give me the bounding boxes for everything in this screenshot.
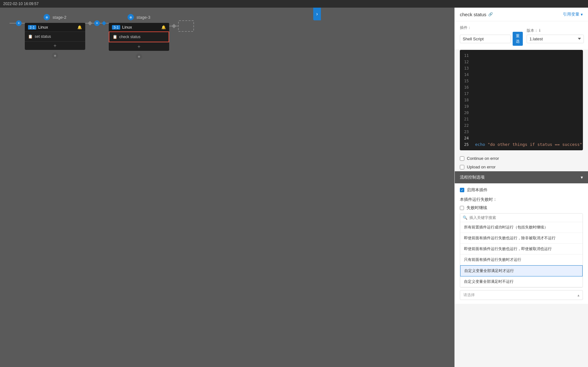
dropdown-option-0[interactable]: 所有前置插件运行成功时运行（包括失败时继续） (460, 222, 583, 233)
diamond-connector (88, 21, 92, 25)
version-select[interactable]: 1.latest (527, 35, 584, 43)
dropdown-option-1[interactable]: 即使前面有插件运行失败也运行，除非被取消才不运行 (460, 233, 583, 244)
end-dashed-box (178, 20, 194, 32)
stage-3-end-connection (169, 20, 194, 32)
stage-2-icon: ⊕ (44, 14, 50, 20)
code-line-24 (475, 135, 579, 141)
line-num-11: 11 (460, 52, 471, 59)
dropdown-option-4-label: 自定义变量全部满足时才运行 (464, 268, 514, 273)
ref-vars-button[interactable]: 引用变量 ▾ (563, 11, 583, 17)
ref-vars-label: 引用变量 (563, 11, 579, 17)
start-circle[interactable]: + (16, 20, 22, 26)
code-line-15 (475, 78, 579, 84)
code-line-23 (475, 129, 579, 135)
version-label: 版本： ℹ (527, 28, 584, 33)
collapse-icon: › (316, 11, 318, 17)
fail-label: 本插件运行失败时： (460, 197, 583, 202)
stage-3-card-header: 3-1 Linux 🔔 (109, 23, 169, 31)
enable-plugin-row: ✓ 启用本插件 (460, 187, 583, 193)
version-form-group: 版本： ℹ 1.latest (527, 28, 584, 43)
stage-3-block: ⊕ stage-3 3-1 Linux 🔔 📋 check status (109, 14, 169, 60)
stage-2-3-connection: + (85, 20, 109, 26)
continue-on-error-label: Continue on error (467, 156, 499, 161)
stage-3-card-label: 3-1 Linux (112, 25, 132, 30)
line-num-23: 23 (460, 129, 471, 135)
code-line-19 (475, 103, 579, 110)
collapse-panel-button[interactable]: › (313, 8, 321, 20)
reselect-button[interactable]: 重选 (513, 32, 523, 46)
right-panel-scroll: 插件： 重选 版本： ℹ 1.latest (455, 21, 588, 367)
version-info-icon[interactable]: ℹ (539, 28, 541, 33)
right-panel-header: check status 🔗 引用变量 ▾ (455, 8, 588, 21)
line-numbers: 11 12 13 14 15 16 17 18 19 20 21 22 23 2… (460, 50, 471, 150)
search-dropdown: 🔍 所有前置插件运行成功时运行（包括失败时继续） 即使前面有插件运行失败也运行，… (460, 213, 583, 288)
flow-control-chevron-icon: ▾ (581, 175, 583, 180)
code-line-25: echo "do other things if status == succe… (475, 141, 579, 148)
stage-2-num: 2-1 (28, 25, 36, 30)
stage-2-block: ⊕ stage-2 2-1 Linux 🔔 📋 set status (25, 14, 85, 59)
flow-control-body: ✓ 启用本插件 本插件运行失败时： 失败时继续 🔍 所有前置插件运行成功时 (455, 183, 588, 304)
dropdown-option-5[interactable]: 自定义变量全部满足时不运行 (460, 276, 583, 287)
stage-3-bell-icon: 🔔 (161, 25, 166, 30)
code-line-22 (475, 122, 579, 129)
stage-3-os: Linux (122, 25, 132, 30)
code-line-11 (475, 52, 579, 59)
dropdown-option-3[interactable]: 只有前面有插件运行失败时才运行 (460, 255, 583, 265)
line-num-18: 18 (460, 97, 471, 103)
dropdown-option-4[interactable]: 自定义变量全部满足时才运行 自定义变量全部满足时才运 (460, 265, 583, 276)
search-input[interactable] (469, 215, 580, 220)
line-num-21: 21 (460, 116, 471, 122)
line-num-16: 16 (460, 84, 471, 91)
stage-3-task-check-status[interactable]: 📋 check status (109, 31, 169, 42)
add-stage-between-btn[interactable]: + (94, 20, 100, 26)
stage-2-os: Linux (38, 25, 48, 30)
flow-control-header[interactable]: 流程控制选项 ▾ (455, 171, 588, 183)
line-num-12: 12 (460, 59, 471, 65)
search-icon: 🔍 (463, 215, 467, 220)
line-num-20: 20 (460, 110, 471, 116)
line-num-24: 24 (460, 135, 471, 141)
continue-on-error-row: Continue on error (455, 154, 588, 163)
fail-continue-checkbox[interactable] (460, 206, 464, 210)
stage-2-add-task-btn[interactable]: + (25, 41, 85, 50)
continue-on-error-checkbox[interactable] (460, 156, 464, 161)
upload-on-error-row: Upload on error (455, 163, 588, 171)
line-num-19: 19 (460, 103, 471, 110)
canvas-area: › + ⊕ stage-2 2-1 (0, 8, 454, 367)
open-link-icon[interactable]: 🔗 (488, 12, 493, 17)
stage-3-card: 3-1 Linux 🔔 📋 check status + (109, 23, 169, 51)
plugin-form-group: 插件： 重选 (460, 25, 523, 46)
panel-title-text: check status (460, 12, 486, 17)
code-content: echo "do other things if status == succe… (471, 50, 583, 150)
task-icon-set-status: 📋 (28, 34, 33, 39)
connector-line-2 (22, 23, 25, 24)
stage-3-add-task-btn[interactable]: + (109, 42, 169, 51)
stage-3-label: stage-3 (136, 15, 150, 20)
right-panel: check status 🔗 引用变量 ▾ 插件： 重选 (454, 8, 588, 367)
dropdown-option-2[interactable]: 即使前面有插件运行失败也运行，即使被取消也运行 (460, 244, 583, 255)
line-num-17: 17 (460, 91, 471, 97)
top-bar: 2022-02-10 16:09:57 (0, 0, 588, 8)
fail-continue-row: 失败时继续 (460, 205, 583, 211)
stage-2-add-below-btn[interactable]: + (52, 52, 58, 59)
code-line-13 (475, 65, 579, 71)
stage-3-icon: ⊕ (128, 14, 134, 20)
code-line-14 (475, 71, 579, 78)
stage-2-bell-icon: 🔔 (77, 25, 82, 30)
panel-title: check status 🔗 (460, 12, 493, 17)
connector-line-start (10, 23, 16, 24)
enable-plugin-checkbox[interactable]: ✓ (460, 188, 464, 192)
stage-2-card-label: 2-1 Linux (28, 25, 48, 30)
plugin-version-row: 插件： 重选 版本： ℹ 1.latest (460, 25, 583, 46)
stage-2-task-set-status[interactable]: 📋 set status (25, 31, 85, 41)
line-num-25: 25 (460, 141, 471, 148)
upload-on-error-checkbox[interactable] (460, 165, 464, 169)
line-num-15: 15 (460, 78, 471, 84)
please-select-chevron-icon: ▴ (578, 293, 579, 297)
main-layout: › + ⊕ stage-2 2-1 (0, 8, 588, 367)
stage-3-add-below-btn[interactable]: + (136, 53, 142, 60)
version-label-text: 版本： (527, 28, 538, 33)
plugin-input[interactable] (460, 35, 511, 43)
code-editor[interactable]: 11 12 13 14 15 16 17 18 19 20 21 22 23 2… (460, 50, 583, 150)
please-select-row[interactable]: 请选择 ▴ (460, 290, 583, 300)
